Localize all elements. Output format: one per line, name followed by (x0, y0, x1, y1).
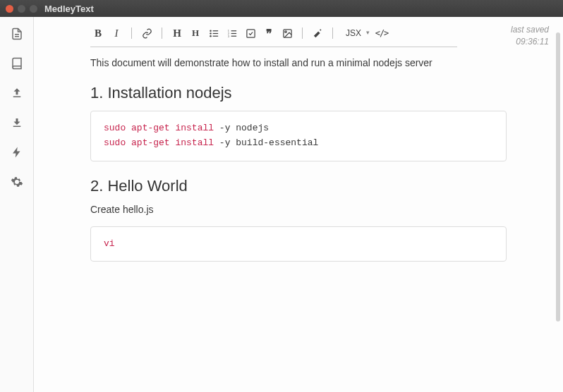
toolbar-separator (302, 27, 303, 39)
window-close-button[interactable] (6, 5, 13, 13)
unordered-list-button[interactable] (206, 25, 222, 41)
intro-text: This document will demonstrate how to in… (90, 57, 507, 68)
checklist-button[interactable] (243, 25, 258, 41)
svg-point-3 (210, 32, 212, 35)
upload-icon[interactable] (10, 86, 24, 100)
format-toolbar: B I H H 123 ❞ (90, 25, 457, 47)
ordered-list-button[interactable]: 123 (224, 25, 240, 41)
image-button[interactable] (279, 25, 295, 41)
code-block-vi[interactable]: vi (90, 226, 507, 262)
toolbar-separator (332, 27, 333, 39)
italic-button[interactable]: I (109, 25, 124, 41)
hello-world-text: Create hello.js (90, 204, 507, 215)
gear-icon[interactable] (10, 175, 24, 189)
last-saved-label: last saved (511, 24, 549, 36)
document-icon[interactable] (10, 27, 24, 41)
heading-hello-world: 2. Hello World (90, 177, 507, 195)
download-icon[interactable] (10, 116, 24, 130)
last-saved-time: 09:36:11 (511, 36, 549, 48)
quote-button[interactable]: ❞ (261, 25, 277, 41)
bold-button[interactable]: B (90, 25, 106, 41)
svg-point-2 (210, 30, 212, 32)
code-block-button[interactable]: </> (374, 25, 389, 41)
window-titlebar: MedleyText (0, 0, 563, 17)
last-saved-status: last saved 09:36:11 (511, 24, 549, 48)
heading-installation: 1. Installation nodejs (90, 84, 507, 102)
book-icon[interactable] (10, 56, 24, 71)
svg-rect-6 (212, 32, 218, 33)
svg-rect-11 (231, 30, 236, 31)
svg-text:3: 3 (227, 34, 229, 37)
editor-pane: last saved 09:36:11 B I H H 123 ❞ (34, 17, 563, 392)
code-block-install[interactable]: sudo apt-get install -y nodejs sudo apt-… (90, 111, 507, 161)
svg-rect-5 (212, 30, 218, 31)
window-maximize-button[interactable] (30, 5, 37, 13)
left-sidebar (0, 17, 34, 392)
svg-rect-12 (231, 32, 236, 33)
toolbar-separator (131, 27, 132, 39)
heading-large-button[interactable]: H (169, 25, 185, 41)
link-button[interactable] (139, 25, 155, 41)
window-minimize-button[interactable] (18, 5, 25, 13)
highlight-button[interactable] (310, 25, 325, 41)
scrollbar[interactable] (556, 32, 560, 321)
svg-point-16 (284, 30, 286, 32)
language-dropdown[interactable]: JSX (340, 25, 371, 41)
window-title: MedleyText (44, 4, 94, 14)
heading-small-button[interactable]: H (188, 25, 203, 41)
document-content[interactable]: This document will demonstrate how to in… (76, 57, 521, 262)
toolbar-separator (162, 27, 162, 39)
svg-rect-7 (212, 35, 218, 36)
svg-rect-14 (246, 29, 254, 37)
bolt-icon[interactable] (10, 145, 24, 159)
svg-rect-13 (231, 35, 236, 36)
svg-point-4 (210, 35, 212, 37)
